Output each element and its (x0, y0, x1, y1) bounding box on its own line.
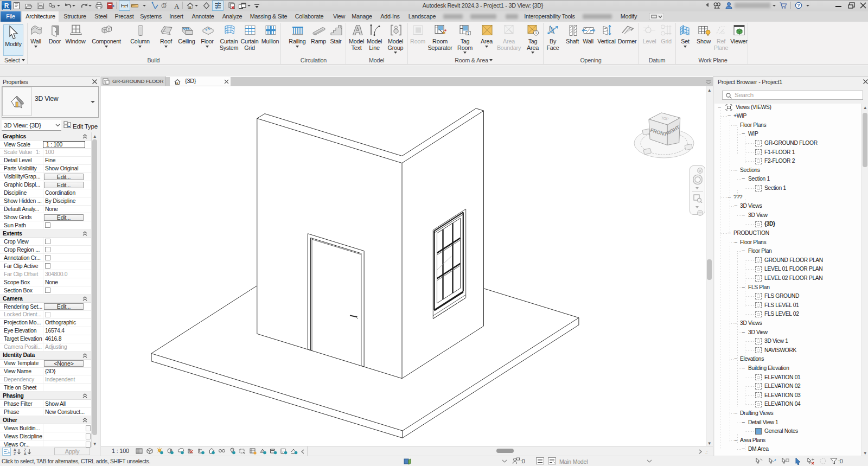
svg-text:A: A (14, 448, 16, 452)
svg-text:A: A (24, 452, 27, 456)
svg-text:?: ? (797, 3, 800, 8)
svg-text:1: 1 (163, 4, 165, 8)
svg-text:R: R (4, 2, 9, 10)
svg-text:Z: Z (14, 452, 16, 456)
svg-text:A: A (174, 2, 180, 10)
svg-text:Z: Z (24, 448, 27, 452)
